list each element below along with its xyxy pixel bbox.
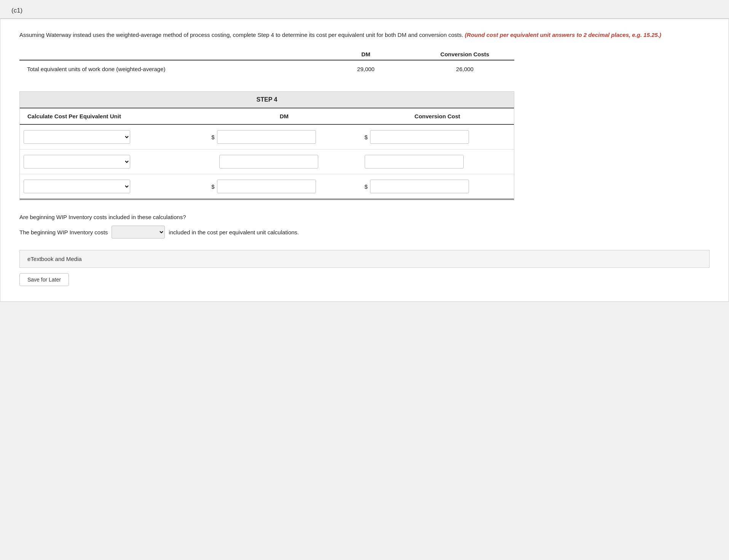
step4-row3-dm-input[interactable] — [217, 180, 316, 193]
step4-row3-cc-dollar-cell: $ — [365, 180, 510, 193]
wip-answer-prefix: The beginning WIP Inventory costs — [19, 229, 108, 235]
step4-row-3: $ $ — [20, 174, 514, 199]
step4-row3-dm-cell: $ — [207, 174, 361, 199]
step4-row1-cc-cell: $ — [361, 124, 514, 150]
step4-row3-cc-input[interactable] — [370, 180, 469, 193]
save-for-later-button[interactable]: Save for Later — [19, 273, 69, 286]
step4-row1-dm-cell: $ — [207, 124, 361, 150]
summary-col-dm-header: DM — [316, 49, 415, 60]
intro-highlight-text: (Round cost per equivalent unit answers … — [465, 32, 661, 38]
step4-col3-header: Conversion Cost — [361, 108, 514, 124]
step4-row2-select[interactable] — [24, 155, 130, 169]
wip-question: Are beginning WIP Inventory costs includ… — [19, 214, 710, 220]
step4-row2-label-cell — [20, 150, 207, 174]
step4-row2-cc-plain-cell — [365, 155, 510, 169]
step4-row1-dm-input[interactable] — [217, 130, 316, 144]
section-label-text: (c1) — [11, 7, 22, 14]
summary-row-label: Total equivalent units of work done (wei… — [19, 60, 316, 78]
step4-row3-cc-dollar-sign: $ — [365, 183, 368, 190]
etextbook-label: eTextbook and Media — [27, 256, 82, 262]
step4-row3-dm-dollar-sign: $ — [211, 183, 214, 190]
step4-row2-dm-plain-cell — [211, 155, 357, 169]
step4-row-2 — [20, 150, 514, 174]
step4-header: STEP 4 — [20, 92, 514, 108]
step4-row2-cc-input[interactable] — [365, 155, 464, 169]
step4-row1-label-cell — [20, 124, 207, 150]
step4-col1-header: Calculate Cost Per Equivalent Unit — [20, 108, 207, 124]
step4-row2-dm-cell — [207, 150, 361, 174]
step4-table: Calculate Cost Per Equivalent Unit DM Co… — [20, 108, 514, 200]
wip-answer-select[interactable]: are are not — [112, 226, 165, 239]
summary-col-label-header — [19, 49, 316, 60]
step4-row2-dm-input[interactable] — [219, 155, 318, 169]
step4-row-1: $ $ — [20, 124, 514, 150]
step4-row1-cc-input[interactable] — [370, 130, 469, 144]
step4-row3-cc-cell: $ — [361, 174, 514, 199]
summary-table: DM Conversion Costs Total equivalent uni… — [19, 49, 514, 78]
step4-row1-select[interactable] — [24, 130, 130, 144]
step4-row3-select[interactable] — [24, 180, 130, 193]
step4-row1-dm-dollar-sign: $ — [211, 134, 214, 140]
step4-row3-label-cell — [20, 174, 207, 199]
step4-row1-cc-dollar-cell: $ — [365, 130, 510, 144]
step4-row2-cc-cell — [361, 150, 514, 174]
step4-row1-dm-dollar-cell: $ — [211, 130, 357, 144]
step4-row1-cc-dollar-sign: $ — [365, 134, 368, 140]
step4-container: STEP 4 Calculate Cost Per Equivalent Uni… — [19, 91, 514, 200]
wip-answer-row: The beginning WIP Inventory costs are ar… — [19, 226, 710, 239]
intro-paragraph: Assuming Waterway instead uses the weigh… — [19, 30, 667, 40]
wip-answer-suffix: included in the cost per equivalent unit… — [169, 229, 299, 235]
section-label: (c1) — [0, 0, 729, 19]
etextbook-bar: eTextbook and Media — [19, 250, 710, 268]
summary-row-dm-value: 29,000 — [316, 60, 415, 78]
main-content: Assuming Waterway instead uses the weigh… — [0, 19, 729, 302]
summary-col-cc-header: Conversion Costs — [415, 49, 514, 60]
step4-row3-dm-dollar-cell: $ — [211, 180, 357, 193]
step4-col2-header: DM — [207, 108, 361, 124]
page-wrapper: (c1) Assuming Waterway instead uses the … — [0, 0, 729, 302]
intro-main-text: Assuming Waterway instead uses the weigh… — [19, 32, 463, 38]
wip-section: Are beginning WIP Inventory costs includ… — [19, 214, 710, 239]
summary-table-row: Total equivalent units of work done (wei… — [19, 60, 514, 78]
summary-row-cc-value: 26,000 — [415, 60, 514, 78]
